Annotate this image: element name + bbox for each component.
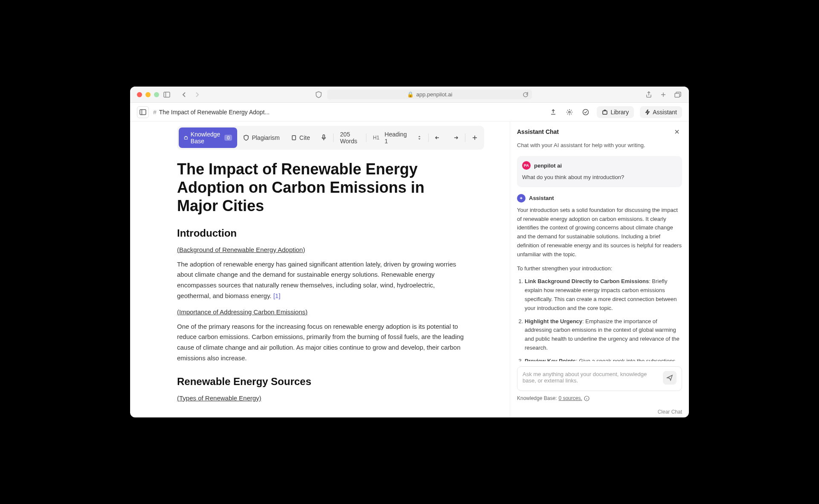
user-avatar: PA [522, 161, 531, 170]
assistant-button[interactable]: Assistant [640, 106, 682, 118]
address-bar[interactable]: 🔒 app.penpilot.ai [327, 90, 532, 99]
library-button[interactable]: Library [597, 106, 634, 118]
briefcase-icon [184, 135, 188, 141]
assistant-messages: PA penpilot ai What do you think about m… [510, 153, 689, 361]
document-title-crumb: The Impact of Renewable Energy Adopt... [159, 109, 270, 116]
shield-icon[interactable] [314, 90, 323, 99]
bookmark-icon [291, 135, 297, 141]
editor-toolbar: Knowledge Base 0 Plagiarism Cite 205 Wor… [177, 126, 484, 150]
kb-count-badge: 0 [224, 135, 232, 141]
share-icon[interactable] [645, 90, 653, 99]
lightning-icon [645, 109, 650, 115]
mic-button[interactable] [316, 131, 331, 145]
document-title[interactable]: The Impact of Renewable Energy Adoption … [177, 160, 467, 215]
redo-button[interactable] [447, 131, 463, 144]
heading-sources[interactable]: Renewable Energy Sources [177, 376, 484, 388]
undo-button[interactable] [430, 131, 446, 144]
svg-rect-2 [675, 93, 680, 97]
refresh-icon[interactable] [523, 92, 529, 98]
assistant-message: ✦ Assistant Your introduction sets a sol… [517, 194, 682, 361]
chevron-updown-icon [418, 135, 421, 141]
assistant-avatar: ✦ [517, 194, 526, 203]
svg-point-5 [569, 111, 570, 113]
plagiarism-tab[interactable]: Plagiarism [238, 131, 285, 145]
add-button[interactable] [467, 132, 482, 144]
sidebar-toggle-browser[interactable] [163, 90, 171, 99]
briefcase-icon [602, 109, 608, 115]
maximize-window-button[interactable] [154, 92, 159, 97]
subheading-importance[interactable]: (Importance of Addressing Carbon Emissio… [177, 308, 484, 316]
cite-tab[interactable]: Cite [286, 131, 315, 145]
user-message: PA penpilot ai What do you think about m… [517, 156, 682, 187]
undo-icon [435, 135, 441, 141]
back-button[interactable] [180, 90, 188, 99]
suggestion-item: Highlight the Urgency: Emphasize the imp… [525, 317, 682, 353]
info-icon[interactable] [584, 396, 590, 401]
subheading-types[interactable]: (Types of Renewable Energy) [177, 394, 484, 402]
new-tab-icon[interactable] [659, 90, 668, 99]
citation-1[interactable]: [1] [273, 292, 281, 299]
check-icon[interactable] [581, 107, 591, 117]
chat-input[interactable]: Ask me anything about your document, kno… [523, 371, 659, 386]
svg-rect-7 [603, 111, 607, 114]
forward-button[interactable] [193, 90, 202, 99]
breadcrumb[interactable]: # The Impact of Renewable Energy Adopt..… [153, 109, 270, 116]
minimize-window-button[interactable] [145, 92, 151, 97]
send-button[interactable] [663, 371, 677, 385]
clear-chat-button[interactable]: Clear Chat [510, 406, 689, 417]
library-label: Library [610, 109, 629, 116]
subheading-background[interactable]: (Background of Renewable Energy Adoption… [177, 246, 484, 253]
assistant-subtitle: Chat with your AI assistant for help wit… [510, 142, 689, 153]
url-text: app.penpilot.ai [416, 91, 453, 98]
suggestion-item: Link Background Directly to Carbon Emiss… [525, 277, 682, 313]
suggestion-item: Preview Key Points: Give a sneak peek in… [525, 357, 682, 361]
knowledge-base-tab[interactable]: Knowledge Base 0 [179, 127, 237, 148]
paragraph-empty[interactable] [177, 408, 467, 417]
redo-icon [452, 135, 458, 141]
knowledge-base-row: Knowledge Base: 0 sources. [517, 395, 682, 401]
hash-icon: # [153, 109, 157, 116]
browser-titlebar: 🔒 app.penpilot.ai [130, 87, 689, 103]
svg-rect-3 [140, 110, 146, 115]
app-topbar: # The Impact of Renewable Energy Adopt..… [130, 103, 689, 122]
close-assistant-button[interactable] [672, 127, 682, 137]
close-window-button[interactable] [137, 92, 142, 97]
assistant-label: Assistant [653, 109, 677, 116]
svg-rect-0 [164, 92, 170, 97]
traffic-lights [137, 92, 159, 97]
paragraph-importance[interactable]: One of the primary reasons for the incre… [177, 322, 467, 364]
tabs-icon[interactable] [674, 90, 682, 99]
shield-icon [243, 135, 249, 141]
settings-icon[interactable] [564, 107, 575, 117]
heading-selector[interactable]: H1 Heading 1 [368, 127, 427, 148]
lock-icon: 🔒 [407, 91, 414, 98]
heading-introduction[interactable]: Introduction [177, 227, 484, 239]
svg-rect-10 [323, 135, 325, 138]
assistant-panel: Assistant Chat Chat with your AI assista… [510, 122, 689, 417]
assistant-title: Assistant Chat [517, 128, 559, 135]
microphone-icon [321, 134, 326, 141]
upload-icon[interactable] [548, 107, 558, 117]
word-count: 205 Words [335, 127, 364, 148]
paragraph-background[interactable]: The adoption of renewable energy has gai… [177, 259, 467, 301]
sidebar-toggle[interactable] [137, 106, 149, 118]
document-editor[interactable]: Knowledge Base 0 Plagiarism Cite 205 Wor… [130, 122, 510, 417]
kb-sources-link[interactable]: 0 sources. [558, 395, 582, 401]
svg-rect-8 [184, 137, 187, 139]
send-icon [666, 374, 673, 381]
plus-icon [472, 135, 477, 140]
svg-rect-9 [292, 136, 296, 140]
chat-input-box[interactable]: Ask me anything about your document, kno… [517, 366, 682, 391]
